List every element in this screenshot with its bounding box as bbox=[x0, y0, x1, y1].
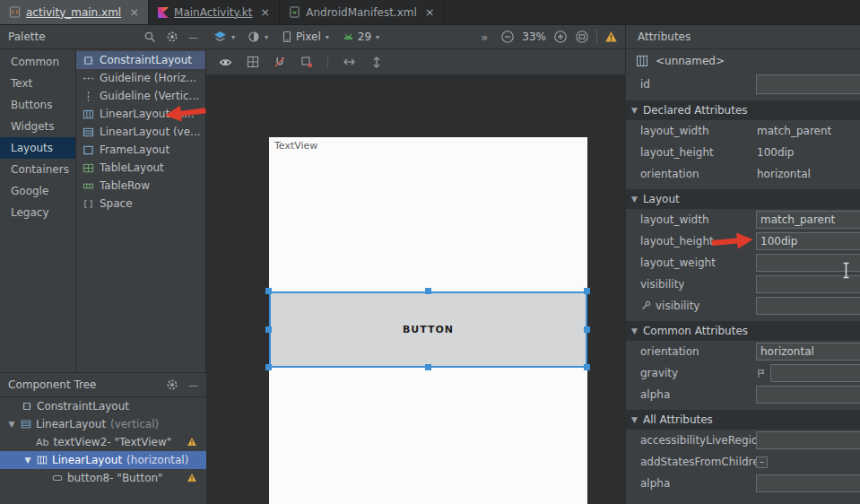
xml-layout-file-icon bbox=[9, 6, 21, 18]
device-selector[interactable]: Pixel ▾ bbox=[281, 30, 329, 43]
space-icon bbox=[83, 198, 94, 210]
attr-row-declared-orientation: orientation horizontal bbox=[626, 163, 860, 185]
close-icon[interactable]: × bbox=[425, 6, 435, 18]
palette-category-layouts[interactable]: Layouts bbox=[0, 137, 75, 159]
constraintlayout-icon bbox=[83, 55, 94, 66]
selection-handle[interactable] bbox=[265, 288, 272, 294]
palette-categories: Common Text Buttons Widgets Layouts Cont… bbox=[0, 49, 76, 372]
design-mode-selector[interactable]: ▾ bbox=[213, 30, 235, 44]
tab-label: MainActivity.kt bbox=[174, 6, 252, 19]
chevron-down-icon: ▾ bbox=[231, 33, 235, 41]
palette-item-tablerow[interactable]: TableRow bbox=[76, 177, 205, 195]
attributes-panel: <unnamed> id ▼ Declared Attributes layou… bbox=[625, 49, 860, 504]
selection-handle[interactable] bbox=[584, 364, 590, 370]
canvas-textview[interactable]: TextView bbox=[274, 140, 317, 152]
attributes-header: Attributes bbox=[625, 25, 860, 49]
gear-icon[interactable] bbox=[166, 30, 178, 43]
attr-value[interactable]: horizontal bbox=[757, 168, 811, 180]
align-horizontal-icon[interactable] bbox=[343, 56, 356, 68]
addstatesfromchildren-checkbox[interactable]: – bbox=[756, 456, 768, 468]
alpha-all-input[interactable] bbox=[756, 474, 860, 492]
alpha-input[interactable] bbox=[756, 386, 860, 404]
hide-panel-icon[interactable]: — bbox=[188, 379, 198, 391]
orientation-input[interactable] bbox=[756, 343, 860, 361]
attr-row-alpha-all: alpha bbox=[626, 473, 860, 494]
selection-handle[interactable] bbox=[265, 364, 272, 370]
theme-selector[interactable]: ▾ bbox=[248, 30, 268, 43]
hide-panel-icon[interactable]: — bbox=[188, 31, 198, 43]
editor-tab-bar: activity_main.xml × MainActivity.kt × An… bbox=[0, 0, 860, 25]
palette-category-google[interactable]: Google bbox=[0, 180, 75, 202]
search-icon[interactable] bbox=[143, 30, 156, 43]
autoconnect-off-magnet-icon[interactable] bbox=[274, 56, 286, 68]
api-level-selector[interactable]: 29 ▾ bbox=[342, 30, 379, 43]
palette-header: Palette — bbox=[0, 25, 206, 49]
selection-handle[interactable] bbox=[425, 288, 431, 294]
section-title: Declared Attributes bbox=[643, 104, 748, 117]
warning-icon[interactable] bbox=[187, 473, 197, 482]
guideline-horizontal-icon bbox=[83, 73, 94, 84]
attr-label: id bbox=[626, 78, 650, 91]
id-input[interactable] bbox=[756, 74, 860, 94]
tab-mainactivity-kt[interactable]: MainActivity.kt × bbox=[149, 0, 280, 24]
palette-category-widgets[interactable]: Widgets bbox=[0, 116, 75, 137]
tools-visibility-input[interactable] bbox=[756, 297, 860, 315]
selection-handle[interactable] bbox=[265, 326, 272, 333]
zoom-in-icon[interactable] bbox=[553, 30, 568, 44]
selection-handle[interactable] bbox=[425, 364, 431, 370]
zoom-to-fit-icon[interactable] bbox=[575, 30, 589, 44]
palette-category-common[interactable]: Common bbox=[0, 51, 75, 73]
attr-row-addstatesfromchildren: addStatesFromChildren – bbox=[626, 451, 860, 473]
view-options-eye-icon[interactable] bbox=[219, 56, 232, 69]
phone-icon bbox=[281, 30, 293, 43]
palette-category-buttons[interactable]: Buttons bbox=[0, 94, 75, 116]
palette-item-framelayout[interactable]: FrameLayout bbox=[76, 141, 205, 159]
tab-activity-main-xml[interactable]: activity_main.xml × bbox=[0, 0, 149, 24]
tree-item-linearlayout-vertical[interactable]: ▼ LinearLayout(vertical) bbox=[0, 415, 206, 433]
component-tree: ConstraintLayout ▼ LinearLayout(vertical… bbox=[0, 397, 206, 504]
close-icon[interactable]: × bbox=[260, 6, 270, 18]
blueprint-grid-icon[interactable] bbox=[247, 56, 259, 68]
accessibilityliveregion-input[interactable] bbox=[756, 431, 860, 449]
palette-category-legacy[interactable]: Legacy bbox=[0, 202, 75, 223]
section-layout[interactable]: ▼ Layout bbox=[626, 189, 860, 209]
layout-height-input[interactable] bbox=[756, 232, 860, 250]
tree-item-textview2[interactable]: Ab textView2- "TextView" bbox=[0, 433, 206, 451]
tree-item-linearlayout-horizontal[interactable]: ▼ LinearLayout(horizontal) bbox=[0, 451, 206, 469]
tree-item-constraintlayout[interactable]: ConstraintLayout bbox=[0, 397, 206, 415]
tree-item-button8[interactable]: button8- "Button" bbox=[0, 469, 206, 487]
align-vertical-icon[interactable] bbox=[370, 56, 383, 69]
palette-category-text[interactable]: Text bbox=[0, 73, 75, 94]
selection-handle[interactable] bbox=[584, 288, 590, 294]
palette-item-constraintlayout[interactable]: ConstraintLayout bbox=[76, 51, 205, 69]
tree-expander-icon[interactable]: ▼ bbox=[7, 420, 16, 429]
palette-item-guideline-horizontal[interactable]: Guideline (Horiz... bbox=[76, 69, 205, 87]
attr-value[interactable]: match_parent bbox=[757, 125, 831, 137]
section-common-attributes[interactable]: ▼ Common Attributes bbox=[626, 321, 860, 341]
toolbar-overflow-icon[interactable]: » bbox=[481, 30, 488, 44]
selected-button-widget[interactable]: BUTTON bbox=[269, 291, 587, 368]
textview-ab-icon: Ab bbox=[36, 437, 49, 448]
warning-icon[interactable] bbox=[187, 437, 197, 447]
selection-handle[interactable] bbox=[584, 326, 590, 333]
section-declared-attributes[interactable]: ▼ Declared Attributes bbox=[626, 100, 860, 120]
default-margins-icon[interactable] bbox=[300, 56, 313, 68]
tab-androidmanifest-xml[interactable]: AndroidManifest.xml × bbox=[280, 0, 444, 24]
flag-icon[interactable] bbox=[756, 368, 767, 379]
guideline-vertical-icon bbox=[83, 91, 94, 102]
layout-width-input[interactable] bbox=[756, 211, 860, 229]
palette-item-space[interactable]: Space bbox=[76, 195, 205, 213]
tree-expander-icon[interactable]: ▼ bbox=[23, 456, 32, 465]
warning-icon[interactable] bbox=[604, 30, 618, 43]
tab-label: activity_main.xml bbox=[26, 6, 121, 19]
collapse-icon: ▼ bbox=[631, 195, 638, 204]
palette-item-tablelayout[interactable]: TableLayout bbox=[76, 159, 205, 177]
close-icon[interactable]: × bbox=[129, 6, 139, 18]
gravity-input[interactable] bbox=[770, 364, 860, 382]
component-tree-title: Component Tree bbox=[8, 378, 96, 391]
palette-category-containers[interactable]: Containers bbox=[0, 159, 75, 180]
attr-value[interactable]: 100dip bbox=[757, 146, 794, 159]
gear-icon[interactable] bbox=[166, 378, 178, 391]
zoom-out-icon[interactable] bbox=[500, 30, 515, 44]
section-all-attributes[interactable]: ▼ All Attributes bbox=[626, 410, 860, 430]
